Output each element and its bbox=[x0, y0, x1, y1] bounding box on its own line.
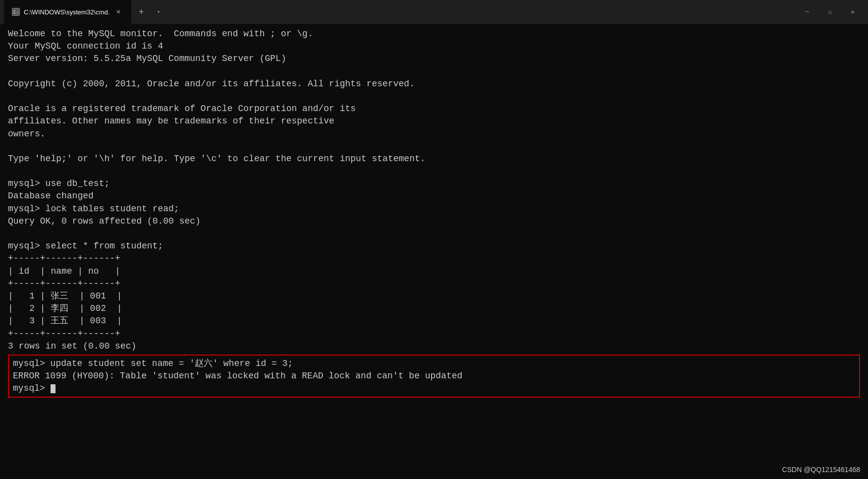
terminal-output[interactable]: Welcome to the MySQL monitor. Commands e… bbox=[0, 24, 868, 479]
window-controls: — ☐ ✕ bbox=[796, 0, 864, 24]
svg-text:C:\: C:\ bbox=[13, 10, 19, 15]
terminal-text: Welcome to the MySQL monitor. Commands e… bbox=[8, 28, 860, 353]
close-button[interactable]: ✕ bbox=[841, 0, 864, 24]
cmd-icon: C:\ bbox=[12, 8, 20, 16]
error-highlight-box: mysql> update student set name = '赵六' wh… bbox=[8, 355, 860, 398]
active-tab[interactable]: C:\ C:\WINDOWS\system32\cmd. ✕ bbox=[4, 0, 131, 24]
titlebar: C:\ C:\WINDOWS\system32\cmd. ✕ + ▾ — ☐ ✕ bbox=[0, 0, 868, 24]
terminal-window: C:\ C:\WINDOWS\system32\cmd. ✕ + ▾ — ☐ ✕… bbox=[0, 0, 868, 479]
tab-dropdown-button[interactable]: ▾ bbox=[151, 2, 166, 22]
tab-title: C:\WINDOWS\system32\cmd. bbox=[24, 8, 109, 16]
maximize-button[interactable]: ☐ bbox=[818, 0, 841, 24]
highlighted-text: mysql> update student set name = '赵六' wh… bbox=[13, 358, 855, 395]
new-tab-button[interactable]: + bbox=[131, 2, 151, 22]
tab-close-button[interactable]: ✕ bbox=[113, 7, 123, 17]
minimize-button[interactable]: — bbox=[796, 0, 818, 24]
terminal-cursor bbox=[51, 384, 55, 393]
branding-label: CSDN @QQ1215461468 bbox=[782, 465, 860, 475]
